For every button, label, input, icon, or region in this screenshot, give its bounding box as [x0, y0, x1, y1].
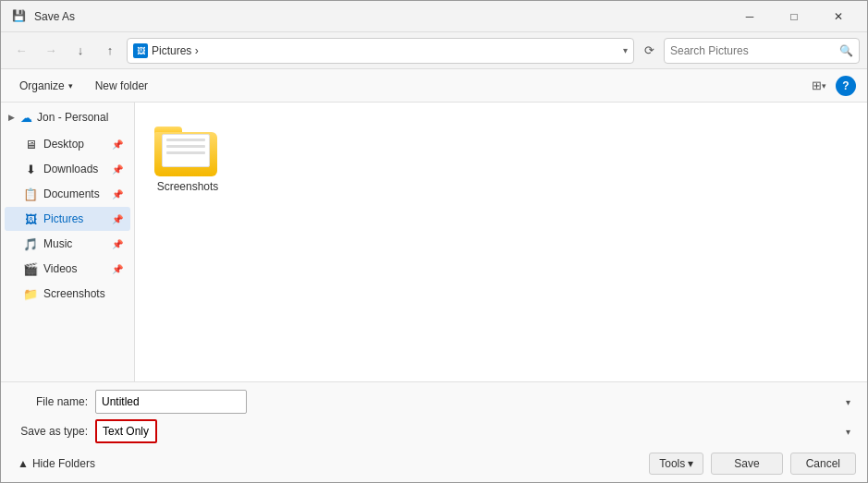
action-bar-right: ⊞ ▾ ? — [806, 73, 856, 99]
sidebar-item-desktop[interactable]: 🖥 Desktop 📌 — [5, 132, 130, 156]
hide-folders-button[interactable]: ▲ Hide Folders — [12, 454, 101, 473]
folder-body — [154, 132, 217, 176]
sidebar-item-documents[interactable]: 📋 Documents 📌 — [5, 182, 130, 206]
sidebar-item-screenshots[interactable]: 📁 Screenshots — [5, 282, 130, 306]
minimize-button[interactable]: ─ — [728, 6, 771, 27]
folder-paper-line-1 — [166, 139, 205, 141]
new-folder-button[interactable]: New folder — [88, 77, 155, 95]
hide-folders-icon: ▲ — [18, 457, 29, 470]
sidebar-group-jon-personal[interactable]: ▶ ☁ Jon - Personal — [1, 106, 134, 128]
bottom-bar: File name: ▾ Save as type: Text Only ▾ ▲… — [1, 381, 867, 482]
file-name-row: File name: ▾ — [12, 390, 856, 414]
organize-button[interactable]: Organize ▾ — [12, 77, 80, 95]
forward-button[interactable]: → — [38, 38, 64, 64]
maximize-button[interactable]: □ — [773, 6, 815, 27]
file-name-dropdown-icon: ▾ — [846, 397, 850, 407]
cloud-icon: ☁ — [18, 110, 33, 125]
sidebar-item-label-documents: Documents — [43, 187, 100, 200]
save-type-field-wrapper: Text Only ▾ — [95, 419, 856, 443]
sidebar-section-items: 🖥 Desktop 📌 ⬇ Downloads 📌 📋 Documents 📌 … — [1, 132, 134, 306]
sidebar-section-cloud: ▶ ☁ Jon - Personal — [1, 106, 134, 128]
save-button[interactable]: Save — [711, 453, 782, 475]
view-icon: ⊞ — [812, 78, 822, 92]
hide-folders-label: Hide Folders — [32, 457, 95, 470]
sidebar-item-label-videos: Videos — [43, 262, 77, 275]
file-area: Screenshots — [135, 103, 867, 381]
close-button[interactable]: ✕ — [817, 6, 860, 27]
recent-button[interactable]: ↓ — [67, 38, 93, 64]
downloads-pin-icon: 📌 — [112, 164, 123, 175]
sidebar-item-label-downloads: Downloads — [43, 163, 98, 175]
view-chevron-icon: ▾ — [822, 81, 826, 91]
navigation-toolbar: ← → ↓ ↑ 🖼 Pictures › ▾ ⟳ 🔍 — [1, 32, 867, 69]
bottom-actions: ▲ Hide Folders Tools ▾ Save Cancel — [12, 449, 856, 475]
documents-pin-icon: 📌 — [112, 189, 123, 199]
sidebar: ▶ ☁ Jon - Personal 🖥 Desktop 📌 ⬇ Downloa… — [1, 103, 135, 381]
organize-chevron-icon: ▾ — [68, 81, 73, 91]
view-button[interactable]: ⊞ ▾ — [806, 73, 832, 99]
save-type-label: Save as type: — [12, 425, 95, 438]
file-name-input[interactable] — [95, 390, 247, 414]
title-bar: 💾 Save As ─ □ ✕ — [1, 1, 867, 32]
folder-paper-line-2 — [166, 145, 205, 148]
search-icon: 🔍 — [839, 44, 853, 57]
sidebar-item-label-screenshots: Screenshots — [43, 287, 105, 300]
action-bar: Organize ▾ New folder ⊞ ▾ ? — [1, 69, 867, 103]
pictures-pin-icon: 📌 — [112, 214, 123, 224]
save-type-select[interactable]: Text Only — [95, 419, 157, 443]
tools-button[interactable]: Tools ▾ — [649, 453, 703, 475]
help-button[interactable]: ? — [836, 76, 856, 96]
title-controls: ─ □ ✕ — [728, 6, 860, 27]
title-bar-left: 💾 Save As — [12, 9, 75, 24]
cancel-button[interactable]: Cancel — [790, 453, 856, 475]
new-folder-label: New folder — [95, 79, 148, 92]
address-bar-icon: 🖼 — [133, 43, 148, 58]
folder-paper — [162, 134, 210, 167]
tools-label: Tools — [659, 457, 685, 470]
folder-name: Screenshots — [157, 180, 219, 193]
sidebar-group-chevron-icon: ▶ — [8, 113, 15, 122]
documents-icon: 📋 — [23, 187, 38, 201]
desktop-icon: 🖥 — [23, 137, 38, 151]
save-type-dropdown-icon: ▾ — [846, 427, 850, 437]
file-name-field-wrapper: ▾ — [95, 390, 856, 414]
folder-icon — [154, 121, 221, 176]
address-bar[interactable]: 🖼 Pictures › ▾ — [127, 38, 634, 64]
tools-chevron-icon: ▾ — [688, 457, 693, 470]
folder-screenshots[interactable]: Screenshots — [146, 114, 229, 200]
sidebar-item-label-desktop: Desktop — [43, 138, 84, 151]
sidebar-group-label: Jon - Personal — [37, 111, 108, 124]
main-content: ▶ ☁ Jon - Personal 🖥 Desktop 📌 ⬇ Downloa… — [1, 103, 867, 381]
sidebar-item-videos[interactable]: 🎬 Videos 📌 — [5, 257, 130, 281]
sidebar-item-label-music: Music — [43, 237, 72, 250]
pictures-icon: 🖼 — [23, 211, 38, 226]
sidebar-item-label-pictures: Pictures — [43, 212, 83, 225]
videos-icon: 🎬 — [23, 261, 38, 276]
downloads-icon: ⬇ — [23, 162, 38, 176]
search-box[interactable]: 🔍 — [664, 38, 860, 64]
music-pin-icon: 📌 — [112, 239, 123, 249]
organize-label: Organize — [19, 79, 65, 92]
refresh-button[interactable]: ⟳ — [638, 40, 660, 62]
save-type-row: Save as type: Text Only ▾ — [12, 419, 856, 443]
sidebar-item-music[interactable]: 🎵 Music 📌 — [5, 232, 130, 256]
address-path: Pictures › — [152, 44, 619, 57]
folder-paper-line-3 — [166, 151, 205, 154]
sidebar-item-downloads[interactable]: ⬇ Downloads 📌 — [5, 157, 130, 181]
search-input[interactable] — [670, 44, 836, 57]
dialog-title: Save As — [34, 10, 75, 23]
dialog-icon: 💾 — [12, 9, 27, 24]
up-button[interactable]: ↑ — [97, 38, 123, 64]
desktop-pin-icon: 📌 — [112, 139, 123, 150]
back-button[interactable]: ← — [8, 38, 34, 64]
save-as-dialog: 💾 Save As ─ □ ✕ ← → ↓ ↑ 🖼 Pictures › ▾ ⟳… — [0, 0, 868, 483]
screenshots-sidebar-icon: 📁 — [23, 286, 38, 301]
file-name-label: File name: — [12, 395, 95, 408]
sidebar-item-pictures[interactable]: 🖼 Pictures 📌 — [5, 207, 130, 231]
address-chevron-icon: ▾ — [623, 45, 628, 55]
music-icon: 🎵 — [23, 236, 38, 251]
videos-pin-icon: 📌 — [112, 264, 123, 274]
